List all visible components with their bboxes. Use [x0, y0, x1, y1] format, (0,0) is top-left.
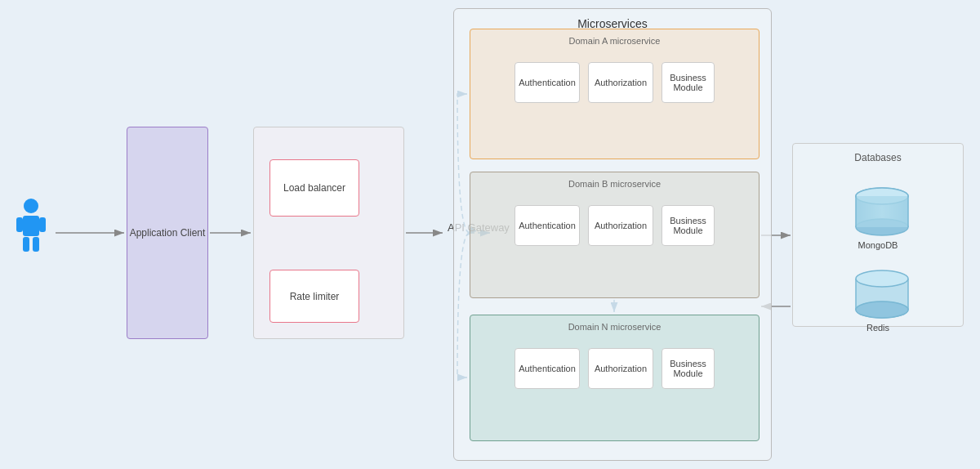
domain-b-authentication: Authentication: [514, 205, 580, 246]
domain-b-title: Domain B microservice: [470, 172, 759, 189]
mongodb-cylinder: [849, 184, 906, 229]
domain-a-modules: Authentication Authorization Business Mo…: [470, 62, 759, 103]
domain-n-authentication: Authentication: [514, 348, 580, 389]
domain-n-authorization: Authorization: [588, 348, 653, 389]
domain-b-authorization: Authorization: [588, 205, 653, 246]
diagram-container: Application Client Load balancer Rate li…: [0, 0, 980, 469]
svg-rect-20: [856, 196, 908, 227]
domain-n-business-module: Business Module: [662, 348, 715, 389]
svg-rect-11: [23, 216, 39, 236]
svg-rect-14: [23, 237, 29, 252]
domain-n-title: Domain N microservice: [470, 315, 759, 332]
mongodb-label: MongoDB: [858, 240, 898, 250]
domain-a-box: Domain A microservice Authentication Aut…: [470, 29, 760, 159]
databases-panel: Databases: [792, 143, 964, 327]
svg-point-10: [24, 199, 38, 213]
svg-rect-15: [33, 237, 39, 252]
microservices-title: Microservices: [454, 9, 771, 30]
person-icon: [15, 196, 47, 253]
svg-point-27: [856, 302, 908, 318]
svg-point-28: [856, 270, 908, 287]
domain-a-business-module: Business Module: [662, 62, 715, 103]
databases-title: Databases: [793, 144, 963, 163]
app-client-box: Application Client: [127, 127, 208, 339]
redis-container: Redis: [793, 266, 963, 333]
rate-limiter-box: Rate limiter: [270, 270, 359, 323]
domain-b-business-module: Business Module: [662, 205, 715, 246]
redis-label: Redis: [866, 323, 889, 333]
domain-b-modules: Authentication Authorization Business Mo…: [470, 205, 759, 246]
mongodb-container: MongoDB: [793, 184, 963, 250]
domain-a-authentication: Authentication: [514, 62, 580, 103]
domain-a-authorization: Authorization: [588, 62, 653, 103]
app-client-label: Application Client: [130, 227, 206, 239]
redis-cylinder: [849, 266, 906, 311]
domain-n-box: Domain N microservice Authentication Aut…: [470, 315, 760, 441]
svg-rect-13: [39, 217, 46, 232]
domain-b-box: Domain B microservice Authentication Aut…: [470, 172, 760, 298]
svg-rect-12: [16, 217, 23, 232]
domain-n-modules: Authentication Authorization Business Mo…: [470, 348, 759, 389]
domain-a-title: Domain A microservice: [470, 29, 759, 46]
load-balancer-box: Load balancer: [270, 159, 359, 217]
